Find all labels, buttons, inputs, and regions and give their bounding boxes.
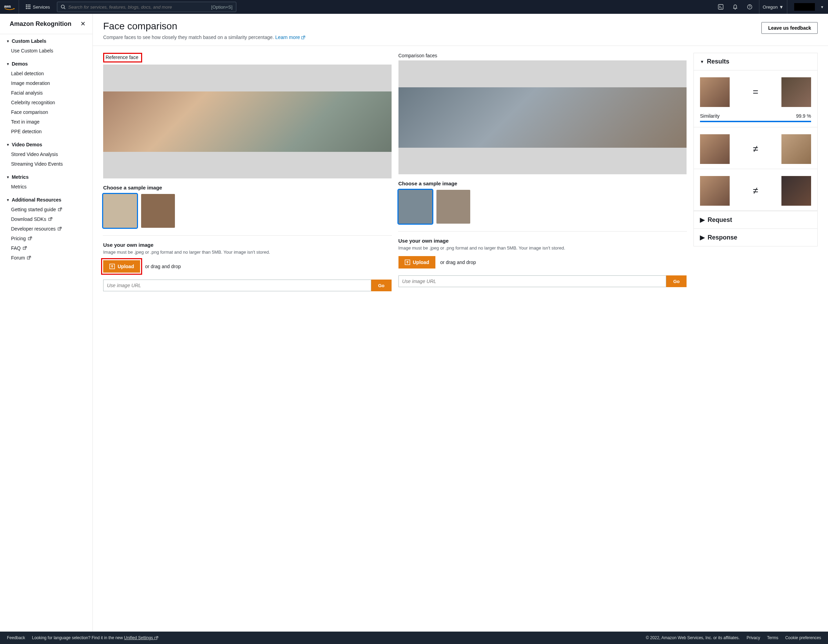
external-link-icon	[58, 227, 62, 231]
sample-thumb-2[interactable]	[141, 194, 175, 228]
choose-sample-label: Choose a sample image	[103, 185, 392, 190]
svg-rect-21	[27, 257, 30, 259]
svg-rect-8	[28, 8, 29, 9]
grid-icon	[26, 5, 31, 9]
sidebar-item-face-comparison[interactable]: Face comparison	[6, 107, 86, 117]
similarity-bar	[700, 121, 811, 122]
sidebar: Amazon Rekognition ✕ ▼Custom Labels Use …	[0, 14, 93, 631]
notifications-icon[interactable]	[730, 4, 740, 9]
account-menu[interactable]	[794, 3, 815, 11]
section-metrics[interactable]: ▼Metrics	[6, 174, 86, 180]
sample-thumb-1[interactable]	[398, 190, 432, 224]
sidebar-item-download-sdks[interactable]: Download SDKs	[6, 214, 86, 224]
request-panel-header[interactable]: ▶ Request	[694, 211, 817, 228]
caret-down-icon: ▼	[6, 198, 9, 202]
sidebar-item-text-in-image[interactable]: Text in image	[6, 117, 86, 127]
svg-rect-12	[718, 5, 723, 9]
reference-image-preview	[103, 64, 392, 178]
image-url-input[interactable]	[398, 275, 666, 287]
reference-column: Reference face Choose a sample image Use…	[103, 53, 392, 291]
image-url-input[interactable]	[103, 280, 371, 291]
sidebar-item-use-custom-labels[interactable]: Use Custom Labels	[6, 46, 86, 56]
comparison-column: Comparison faces Choose a sample image U…	[398, 53, 687, 291]
svg-rect-6	[29, 6, 30, 7]
footer-terms-link[interactable]: Terms	[767, 635, 778, 640]
not-equals-icon: ≠	[753, 144, 758, 155]
aws-logo[interactable]: aws	[4, 0, 19, 14]
result-row: = Similarity 99.9 %	[694, 71, 817, 127]
learn-more-link[interactable]: Learn more	[275, 35, 305, 40]
go-button[interactable]: Go	[371, 280, 392, 291]
help-icon[interactable]: ?	[745, 4, 755, 9]
result-row: ≠	[694, 169, 817, 211]
top-nav: aws Services [Option+S] ? Oregon ▼ ▼	[0, 0, 828, 14]
external-link-icon	[58, 207, 62, 212]
sidebar-item-ppe-detection[interactable]: PPE detection	[6, 127, 86, 136]
sidebar-item-faq[interactable]: FAQ	[6, 243, 86, 253]
region-label: Oregon	[763, 5, 778, 9]
footer: Feedback Looking for language selection?…	[0, 631, 828, 644]
leave-feedback-button[interactable]: Leave us feedback	[761, 22, 818, 34]
sidebar-item-label-detection[interactable]: Label detection	[6, 69, 86, 79]
sidebar-item-getting-started[interactable]: Getting started guide	[6, 205, 86, 214]
sidebar-item-image-moderation[interactable]: Image moderation	[6, 79, 86, 88]
caret-down-icon: ▼	[779, 5, 784, 9]
footer-privacy-link[interactable]: Privacy	[746, 635, 760, 640]
footer-cookie-link[interactable]: Cookie preferences	[785, 635, 821, 640]
similarity-value: 99.9 %	[796, 113, 811, 119]
sidebar-item-forum[interactable]: Forum	[6, 253, 86, 262]
response-panel-header[interactable]: ▶ Response	[694, 228, 817, 246]
comparison-faces-label: Comparison faces	[398, 53, 438, 58]
page-title: Face comparison	[103, 21, 305, 32]
global-search[interactable]: [Option+S]	[57, 2, 236, 12]
caret-right-icon: ▶	[700, 216, 705, 224]
sample-thumb-1[interactable]	[103, 194, 137, 228]
upload-button[interactable]: Upload	[398, 256, 435, 269]
drag-drop-label: or drag and drop	[145, 263, 181, 270]
sidebar-item-metrics[interactable]: Metrics	[6, 182, 86, 192]
close-icon[interactable]: ✕	[80, 20, 86, 28]
section-demos[interactable]: ▼Demos	[6, 61, 86, 67]
svg-rect-18	[58, 228, 60, 230]
comparison-image-preview	[398, 60, 687, 174]
section-video-demos[interactable]: ▼Video Demos	[6, 142, 86, 148]
sidebar-item-pricing[interactable]: Pricing	[6, 234, 86, 243]
caret-down-icon: ▼	[820, 5, 824, 9]
search-shortcut: [Option+S]	[211, 5, 232, 9]
svg-rect-3	[29, 5, 30, 6]
unified-settings-link[interactable]: Unified Settings	[124, 635, 158, 640]
drag-drop-label: or drag and drop	[440, 259, 476, 265]
upload-icon	[109, 264, 115, 269]
caret-down-icon: ▼	[6, 62, 9, 66]
external-link-icon	[301, 36, 305, 40]
go-button[interactable]: Go	[666, 275, 687, 287]
main-content: Face comparison Compare faces to see how…	[93, 14, 828, 631]
sidebar-item-streaming-video[interactable]: Streaming Video Events	[6, 159, 86, 169]
section-additional-resources[interactable]: ▼Additional Resources	[6, 197, 86, 203]
page-header: Face comparison Compare faces to see how…	[93, 14, 828, 46]
own-image-title: Use your own image	[103, 242, 392, 248]
own-image-sub: Image must be .jpeg or .png format and n…	[103, 249, 392, 255]
search-input[interactable]	[68, 5, 209, 9]
section-custom-labels[interactable]: ▼Custom Labels	[6, 38, 86, 44]
results-header[interactable]: ▼ Results	[694, 53, 817, 71]
region-selector[interactable]: Oregon ▼	[759, 0, 787, 14]
sidebar-item-stored-video[interactable]: Stored Video Analysis	[6, 149, 86, 159]
reference-face-label: Reference face	[103, 53, 142, 63]
external-link-icon	[28, 236, 32, 240]
svg-rect-7	[26, 8, 27, 9]
sidebar-item-developer-resources[interactable]: Developer resources	[6, 224, 86, 234]
result-face-nomatch	[781, 176, 811, 206]
services-menu[interactable]: Services	[23, 0, 53, 14]
sidebar-header: Amazon Rekognition ✕	[0, 14, 93, 34]
sidebar-item-celebrity-recognition[interactable]: Celebrity recognition	[6, 98, 86, 107]
cloudshell-icon[interactable]	[715, 4, 726, 9]
footer-feedback-link[interactable]: Feedback	[7, 635, 25, 640]
svg-text:aws: aws	[4, 5, 11, 8]
upload-button[interactable]: Upload	[103, 260, 140, 273]
sample-thumb-2[interactable]	[436, 190, 470, 224]
sidebar-item-facial-analysis[interactable]: Facial analysis	[6, 88, 86, 98]
svg-text:?: ?	[749, 5, 751, 9]
external-link-icon	[27, 256, 31, 260]
svg-rect-5	[28, 6, 29, 7]
